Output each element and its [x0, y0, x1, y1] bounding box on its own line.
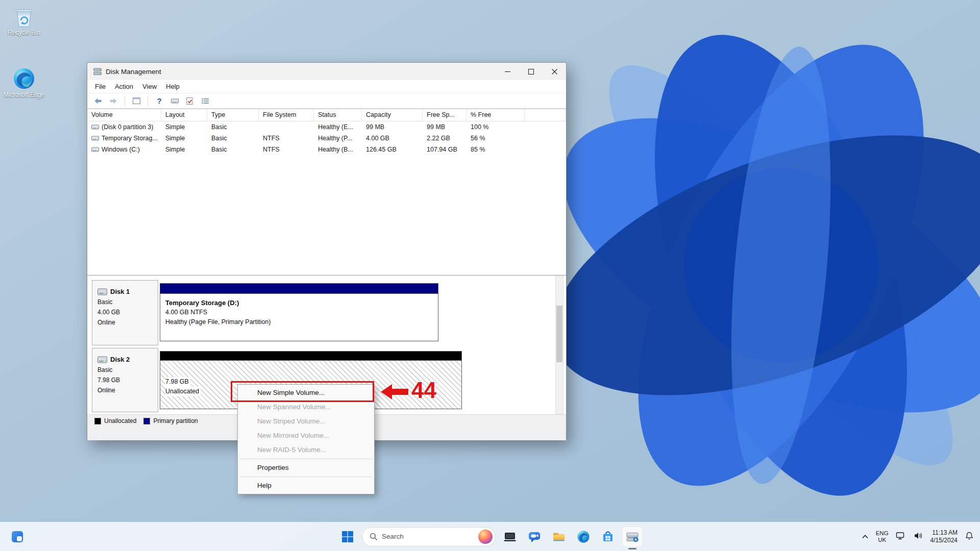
language-line1: ENG: [876, 530, 889, 537]
cell-pct-free: 56 %: [467, 133, 525, 144]
column-header-volume[interactable]: Volume: [87, 109, 161, 121]
tray-chevron-button[interactable]: [862, 532, 869, 541]
volume-audio-icon: [913, 531, 923, 540]
annotation-step-number: 44: [411, 378, 436, 403]
menu-item-new-striped-volume: New Striped Volume...: [238, 414, 374, 429]
column-header-capacity[interactable]: Capacity: [362, 109, 423, 121]
menu-separator: [239, 459, 373, 459]
edge-taskbar-icon: [577, 530, 590, 543]
recycle-bin-icon: [14, 6, 34, 28]
taskbar-app-disk-management[interactable]: [622, 527, 643, 547]
cell-pct-free: 85 %: [467, 144, 525, 155]
menu-view[interactable]: View: [138, 83, 161, 90]
disk-kind: Basic: [97, 297, 158, 307]
help-icon[interactable]: ?: [154, 95, 165, 107]
column-header-pct-free[interactable]: % Free: [467, 109, 525, 121]
disk-name: Disk 2: [110, 355, 130, 365]
taskbar-search-box[interactable]: [362, 527, 496, 546]
clock[interactable]: 11:13 AM 4/15/2024: [930, 529, 958, 544]
disk-size: 7.98 GB: [97, 375, 158, 385]
legend-primary-partition: Primary partition: [143, 417, 198, 424]
column-header-file-system[interactable]: File System: [259, 109, 314, 121]
menu-action[interactable]: Action: [110, 83, 138, 90]
cell-layout: Simple: [161, 133, 207, 144]
table-row[interactable]: (Disk 0 partition 3) Simple Basic Health…: [87, 121, 566, 133]
disk-kind: Basic: [97, 365, 158, 375]
menu-item-new-mirrored-volume: New Mirrored Volume...: [238, 429, 374, 443]
cell-type: Basic: [207, 121, 259, 133]
legend-label: Primary partition: [153, 417, 198, 424]
menu-item-help[interactable]: Help: [238, 479, 374, 493]
console-tree-icon[interactable]: [131, 95, 142, 107]
cell-layout: Simple: [161, 121, 207, 133]
disk-tool-icon: [626, 530, 639, 543]
scrollbar-thumb[interactable]: [556, 306, 562, 362]
primary-partition-swatch: [143, 418, 150, 424]
close-icon: [552, 69, 557, 74]
cell-volume: (Disk 0 partition 3): [102, 123, 153, 131]
taskbar-app-chat[interactable]: [524, 527, 545, 547]
language-indicator[interactable]: ENG UK: [876, 530, 889, 543]
cell-capacity: 99 MB: [362, 121, 423, 133]
disk-icon: [97, 288, 107, 295]
minimize-icon: [505, 69, 510, 74]
widgets-button[interactable]: [7, 527, 28, 547]
close-button[interactable]: [543, 63, 566, 80]
unallocated-label: Unallocated: [165, 387, 201, 396]
network-button[interactable]: [896, 531, 906, 542]
taskbar-app-store[interactable]: [598, 527, 618, 547]
search-highlights-icon[interactable]: [478, 530, 493, 544]
taskbar-app-edge[interactable]: [573, 527, 594, 547]
primary-partition-strip: [160, 284, 438, 294]
table-row[interactable]: Temporary Storag... Simple Basic NTFS He…: [87, 133, 566, 144]
disk1-header-cell[interactable]: Disk 1 Basic 4.00 GB Online: [92, 280, 158, 345]
wallpaper-bloom-image: [500, 0, 980, 551]
cell-status: Healthy (E...: [314, 121, 362, 133]
taskbar-app-file-explorer[interactable]: [549, 527, 569, 547]
column-header-free-space[interactable]: Free Sp...: [423, 109, 467, 121]
desktop-icon-recycle-bin[interactable]: Recycle Bin: [2, 6, 46, 36]
cell-layout: Simple: [161, 144, 207, 155]
taskbar-app-remote-desktop[interactable]: [500, 527, 520, 547]
notification-button[interactable]: [965, 531, 974, 542]
window-titlebar[interactable]: Disk Management: [87, 63, 566, 80]
toolbar-separator: [148, 96, 148, 106]
menu-item-properties[interactable]: Properties: [238, 461, 374, 475]
menu-file[interactable]: File: [90, 83, 110, 90]
unallocated-swatch: [94, 418, 101, 424]
column-header-layout[interactable]: Layout: [161, 109, 207, 121]
maximize-button[interactable]: [519, 63, 543, 80]
disk1-partition[interactable]: Temporary Storage (D:) 4.00 GB NTFS Heal…: [160, 283, 438, 341]
disk-icon: [97, 356, 107, 363]
legend-unallocated: Unallocated: [94, 417, 136, 424]
volume-tool-icon[interactable]: [169, 95, 180, 107]
minimize-button[interactable]: [496, 63, 519, 80]
report-icon[interactable]: [184, 95, 195, 107]
vertical-scrollbar[interactable]: [555, 276, 564, 414]
column-header-status[interactable]: Status: [314, 109, 362, 121]
volume-button[interactable]: [913, 531, 923, 542]
edge-icon: [13, 67, 35, 90]
unallocated-size: 7.98 GB: [165, 377, 190, 387]
volume-icon: [91, 124, 99, 130]
table-row[interactable]: Windows (C:) Simple Basic NTFS Healthy (…: [87, 144, 566, 155]
start-icon: [341, 531, 354, 543]
desktop-icon-label: Microsoft Edge: [4, 91, 44, 98]
menu-item-new-raid5-volume: New RAID-5 Volume...: [238, 443, 374, 457]
start-button[interactable]: [337, 527, 358, 547]
volume-list-header: Volume Layout Type File System Status Ca…: [87, 109, 566, 121]
search-icon: [370, 533, 378, 541]
widgets-icon: [11, 531, 23, 543]
disk2-header-cell[interactable]: Disk 2 Basic 7.98 GB Online: [92, 348, 158, 412]
file-explorer-icon: [552, 530, 566, 543]
search-input[interactable]: [382, 533, 474, 540]
desktop-icon-edge[interactable]: Microsoft Edge: [2, 67, 46, 98]
back-icon[interactable]: [92, 95, 104, 107]
menu-separator: [239, 477, 373, 477]
chat-icon: [528, 530, 541, 543]
forward-icon[interactable]: [108, 95, 119, 107]
cell-file-system: NTFS: [259, 144, 314, 155]
menu-help[interactable]: Help: [161, 83, 184, 90]
list-view-icon[interactable]: [200, 95, 211, 107]
column-header-type[interactable]: Type: [207, 109, 259, 121]
